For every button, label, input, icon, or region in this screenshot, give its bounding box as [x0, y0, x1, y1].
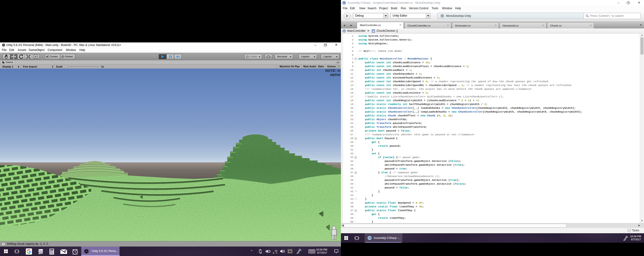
svg-text:NOTE: in: NOTE: in	[325, 69, 340, 73]
svg-text:C: C	[343, 30, 345, 32]
svg-text:M: M	[372, 30, 374, 33]
svg-text:Aa: Aa	[40, 249, 43, 252]
svg-text:alpha!: alpha!	[330, 73, 340, 77]
